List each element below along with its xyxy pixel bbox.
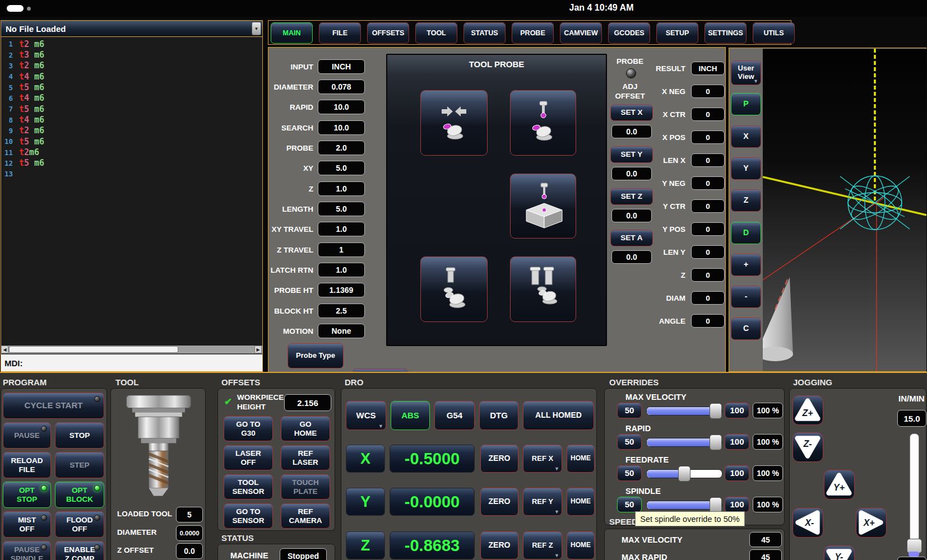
slider-handle[interactable] — [678, 466, 690, 482]
opt-stop-button[interactable]: OPT STOP — [3, 482, 51, 508]
touch-plate-button[interactable]: TOUCH PLATE — [281, 474, 330, 500]
reload-file-button[interactable]: RELOAD FILE — [3, 452, 51, 478]
ref-z-button[interactable]: REF Z ▼ — [523, 531, 562, 559]
jog-z-minus-button[interactable]: Z- — [792, 432, 823, 462]
probe-tool-down-button[interactable] — [510, 90, 576, 156]
window-control-dot[interactable] — [27, 7, 31, 11]
user-view-button[interactable]: User View ▼ — [731, 60, 761, 85]
tab-camview[interactable]: CAMVIEW — [560, 22, 602, 44]
feedrate-slider[interactable] — [646, 469, 722, 478]
view-x-button[interactable]: X — [731, 125, 761, 148]
ref-x-button[interactable]: REF X ▼ — [523, 445, 562, 473]
max-velocity-slider[interactable] — [646, 407, 722, 416]
probe-multi-tool-button[interactable] — [510, 256, 576, 322]
wcs-dropdown-button[interactable]: WCS ▼ — [346, 401, 386, 430]
g54-button[interactable]: G54 — [434, 401, 475, 430]
param-input[interactable]: 10.0 — [318, 120, 365, 135]
loaded-file-combobox[interactable]: No File Loaded — [1, 21, 262, 37]
tab-settings[interactable]: SETTINGS — [704, 22, 747, 44]
home-x-button[interactable]: HOME — [567, 445, 595, 473]
probe-block-button[interactable] — [510, 174, 576, 239]
ref-camera-button[interactable]: REF CAMERA — [281, 503, 330, 529]
param-input[interactable]: 1.0 — [318, 222, 365, 236]
dtg-button[interactable]: DTG — [479, 401, 518, 430]
mist-button[interactable]: MIST OFF — [3, 511, 51, 538]
rapid-slider[interactable] — [646, 438, 722, 447]
zero-y-button[interactable]: ZERO — [480, 488, 518, 516]
home-y-button[interactable]: HOME — [567, 488, 595, 516]
param-input[interactable]: None — [318, 324, 365, 338]
param-input[interactable]: 1.0 — [318, 181, 365, 196]
param-input[interactable]: 10.0 — [318, 100, 365, 114]
axis-y-button[interactable]: Y — [346, 488, 385, 516]
tab-utils[interactable]: UTILS — [753, 22, 795, 44]
scroll-right-icon[interactable]: ▶ — [254, 346, 262, 353]
ref-laser-button[interactable]: REF LASER — [281, 445, 330, 470]
scroll-left-icon[interactable]: ◀ — [1, 346, 8, 353]
tab-setup[interactable]: SETUP — [656, 22, 698, 44]
slider-handle[interactable] — [710, 403, 722, 419]
param-input[interactable]: 5.0 — [318, 202, 365, 216]
param-input[interactable]: INCH — [318, 59, 365, 74]
home-z-button[interactable]: HOME — [567, 531, 595, 559]
probe-tool-length-button[interactable] — [420, 256, 488, 322]
param-input[interactable]: 2.0 — [318, 141, 365, 155]
slider-handle[interactable] — [710, 497, 722, 513]
all-homed-button[interactable]: ALL HOMED — [523, 401, 594, 430]
param-input[interactable]: 1.0 — [318, 263, 365, 277]
jog-y-minus-button[interactable]: Y- — [824, 545, 855, 560]
jog-z-plus-button[interactable]: Z+ — [792, 395, 823, 425]
param-input[interactable]: 1.1369 — [318, 283, 365, 297]
jog-rate-slider[interactable] — [910, 433, 919, 553]
view-p-button[interactable]: P — [731, 93, 761, 115]
workpiece-height-input[interactable]: 2.156 — [284, 394, 331, 411]
pause-spindle-button[interactable]: PAUSE SPINDLE — [3, 541, 51, 560]
tab-offsets[interactable]: OFFSETS — [367, 22, 409, 44]
axis-x-button[interactable]: X — [346, 445, 385, 473]
tab-tool[interactable]: TOOL — [415, 22, 457, 44]
param-input[interactable]: 2.5 — [318, 304, 365, 318]
mdi-input[interactable]: MDI: — [1, 353, 262, 371]
tab-probe[interactable]: PROBE — [512, 22, 554, 44]
tool-sensor-button[interactable]: TOOL SENSOR — [224, 474, 273, 500]
spindle-slider[interactable] — [646, 501, 722, 510]
feedrate-max-button[interactable]: 100 — [725, 465, 749, 481]
pause-button[interactable]: PAUSE — [3, 422, 51, 449]
max-velocity-min-button[interactable]: 50 — [617, 403, 642, 418]
view-z-button[interactable]: Z — [731, 189, 761, 212]
probe-type-button[interactable]: Probe Type — [288, 343, 344, 368]
param-input[interactable]: 1 — [318, 242, 365, 257]
tab-main[interactable]: MAIN — [271, 22, 313, 44]
opt-block-button[interactable]: OPT BLOCK — [55, 482, 104, 508]
go-home-button[interactable]: GO HOME — [281, 416, 330, 441]
window-control-pill[interactable] — [7, 5, 24, 12]
flood-button[interactable]: FLOOD OFF — [55, 511, 104, 538]
ref-y-button[interactable]: REF Y ▼ — [523, 488, 562, 516]
tab-gcodes[interactable]: GCODES — [608, 22, 650, 44]
go-to-sensor-button[interactable]: GO TO SENSOR — [224, 503, 273, 529]
jog-y-plus-button[interactable]: Y+ — [824, 470, 855, 500]
abs-mode-button[interactable]: ABS — [391, 401, 430, 430]
go-to-g30-button[interactable]: GO TO G30 — [224, 416, 273, 441]
workpiece-height-checkbox[interactable]: ✔ — [224, 396, 232, 408]
laser-button[interactable]: LASER OFF — [224, 445, 273, 470]
file-combo-dropdown-icon[interactable]: ▼ — [252, 22, 261, 35]
gcode-editor[interactable]: 1t2 m6 2t3 m6 3t2 m6 4t4 m6 5t5 m6 6t4 m… — [1, 37, 262, 346]
rapid-min-button[interactable]: 50 — [617, 434, 642, 450]
view-d-button[interactable]: D — [731, 222, 761, 244]
zero-x-button[interactable]: ZERO — [480, 445, 518, 473]
slider-handle[interactable] — [710, 435, 722, 450]
spindle-max-button[interactable]: 100 — [725, 497, 749, 512]
cycle-start-button[interactable]: CYCLE START — [3, 393, 104, 419]
view-y-button[interactable]: Y — [731, 157, 761, 180]
jog-x-plus-button[interactable]: X+ — [856, 508, 887, 538]
feedrate-min-button[interactable]: 50 — [617, 465, 642, 481]
zoom-in-button[interactable]: + — [731, 254, 761, 276]
enable-z-comp-button[interactable]: ENABLE Z COMP — [55, 541, 104, 560]
spindle-min-button[interactable]: 50 — [617, 497, 642, 512]
probe-xy-mode-button[interactable] — [420, 90, 488, 156]
zoom-out-button[interactable]: - — [731, 286, 761, 308]
clear-plot-button[interactable]: C — [731, 318, 761, 340]
backplot-3d-view[interactable] — [763, 49, 926, 371]
step-button[interactable]: STEP — [55, 452, 104, 478]
